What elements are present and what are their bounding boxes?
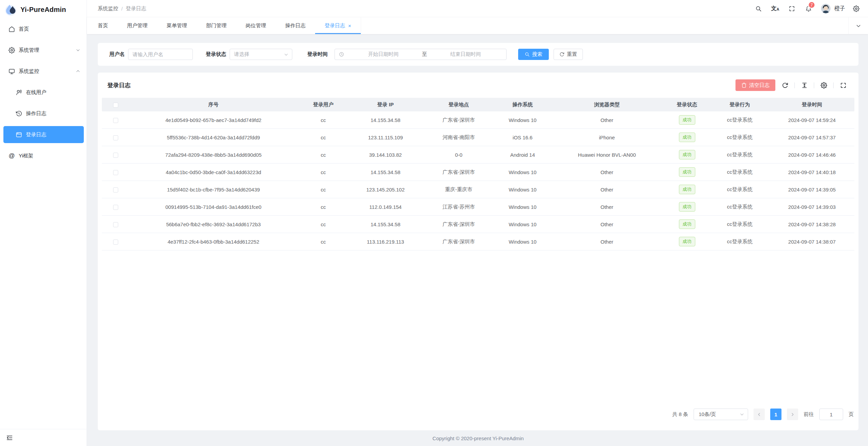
fullscreen-button[interactable] — [784, 0, 800, 17]
cell-login-status: 成功 — [664, 133, 710, 142]
column-header: 浏览器类型 — [550, 102, 664, 108]
gear-icon — [853, 5, 859, 12]
cell-serial-id: 56b6a7e0-fbb2-ef8c-3692-3a14dd6172b3 — [129, 221, 298, 227]
cell-login-time: 2024-09-07 14:57:37 — [770, 135, 854, 140]
cell-login-time: 2024-09-07 14:39:05 — [770, 187, 854, 193]
chevron-down-icon — [284, 52, 289, 57]
notification-badge: 7 — [808, 1, 815, 9]
cell-login-ip: 14.155.34.58 — [349, 221, 422, 227]
username: 橙子 — [834, 5, 845, 12]
home-icon — [9, 26, 15, 32]
cell-login-status: 成功 — [664, 237, 710, 246]
clear-log-button[interactable]: 清空日志 — [735, 79, 775, 91]
sidebar-item-system-management[interactable]: 系统管理 — [3, 42, 84, 59]
status-badge: 成功 — [679, 150, 695, 159]
page-content: 用户名 登录状态 请选择 登录时间 开始日期时间 至 结束日期时间 搜索 — [87, 34, 868, 446]
user-menu[interactable]: 橙子 — [817, 4, 848, 13]
next-page-button[interactable] — [787, 409, 798, 420]
sidebar-menu: 首页 系统管理 系统监控 在线用户 操作日志 登录日志 @ Yi框架 — [0, 19, 87, 429]
status-badge: 成功 — [679, 133, 695, 142]
row-checkbox[interactable] — [113, 222, 118, 227]
cell-serial-id: 4e1d0549-b092-657b-aec7-3a14dd749fd2 — [129, 117, 298, 123]
sidebar-item-label: 系统管理 — [19, 47, 39, 53]
row-checkbox[interactable] — [113, 135, 118, 140]
sidebar-item-login-log[interactable]: 登录日志 — [3, 126, 84, 143]
chevron-right-icon — [790, 412, 795, 417]
cell-login-behavior: cc登录系统 — [710, 186, 770, 193]
breadcrumb: 系统监控 / 登录日志 — [98, 5, 146, 12]
cell-login-behavior: cc登录系统 — [710, 239, 770, 245]
search-button[interactable] — [750, 0, 767, 17]
language-button[interactable]: 文A — [767, 0, 784, 17]
cell-browser: Other — [550, 117, 664, 123]
row-density-button[interactable] — [799, 79, 810, 91]
breadcrumb-current: 登录日志 — [126, 5, 146, 12]
refresh-table-button[interactable] — [779, 79, 791, 91]
column-header: 登录地点 — [422, 102, 495, 108]
toolbar-divider — [814, 82, 814, 88]
row-checkbox[interactable] — [113, 118, 118, 123]
cell-login-location: 广东省-深圳市 — [422, 221, 495, 228]
cell-login-status: 成功 — [664, 202, 710, 212]
table-fullscreen-button[interactable] — [837, 79, 849, 91]
breadcrumb-parent[interactable]: 系统监控 — [98, 5, 118, 12]
row-checkbox[interactable] — [113, 240, 118, 245]
row-checkbox[interactable] — [113, 205, 118, 210]
end-date-placeholder[interactable]: 结束日期时间 — [429, 51, 502, 58]
cell-serial-id: 15d5f402-bc1b-cfbe-7f95-3a14dd620439 — [129, 187, 298, 193]
page-number-current[interactable]: 1 — [770, 409, 781, 420]
tab-post-management[interactable]: 岗位管理 — [236, 17, 276, 34]
sidebar-item-label: Yi框架 — [19, 153, 33, 159]
fullscreen-icon — [789, 5, 795, 12]
cell-login-behavior: cc登录系统 — [710, 169, 770, 175]
main-area: 系统监控 / 登录日志 文A 7 — [87, 0, 868, 446]
app-logo[interactable]: Yi-PureAdmin — [0, 0, 87, 19]
sidebar-item-online-users[interactable]: 在线用户 — [3, 84, 84, 101]
sidebar-item-yi-framework[interactable]: @ Yi框架 — [3, 147, 84, 164]
sidebar-item-home[interactable]: 首页 — [3, 20, 84, 37]
page-size-select[interactable]: 10条/页 — [694, 409, 748, 420]
close-tab-icon[interactable]: × — [348, 23, 351, 29]
cell-login-ip: 123.11.115.109 — [349, 135, 422, 140]
browser-window-icon — [16, 132, 22, 138]
search-submit-button[interactable]: 搜索 — [518, 49, 549, 60]
select-all-checkbox[interactable] — [113, 103, 118, 108]
cell-login-status: 成功 — [664, 185, 710, 194]
tab-menu-management[interactable]: 菜单管理 — [157, 17, 197, 34]
login-status-select[interactable]: 请选择 — [230, 49, 292, 60]
chevron-down-icon — [76, 48, 80, 52]
tab-login-log[interactable]: 登录日志 × — [315, 17, 361, 34]
sidebar-item-system-monitor[interactable]: 系统监控 — [3, 63, 84, 80]
collapse-sidebar-icon[interactable] — [6, 434, 13, 442]
prev-page-button[interactable] — [754, 409, 765, 420]
notifications-button[interactable]: 7 — [800, 0, 817, 17]
checkbox-cell — [102, 117, 129, 123]
status-badge: 成功 — [679, 237, 695, 246]
cell-browser: Huawei Honor BVL-AN00 — [550, 152, 664, 158]
tab-operation-log[interactable]: 操作日志 — [276, 17, 315, 34]
toolbar-divider — [833, 82, 834, 88]
tab-home[interactable]: 首页 — [98, 17, 118, 34]
cell-browser: Other — [550, 221, 664, 227]
cell-login-location: 广东省-深圳市 — [422, 169, 495, 175]
tab-dept-management[interactable]: 部门管理 — [197, 17, 236, 34]
row-checkbox[interactable] — [113, 153, 118, 158]
cell-login-user: cc — [298, 187, 349, 193]
username-input[interactable] — [128, 49, 193, 60]
table-row: 4e1d0549-b092-657b-aec7-3a14dd749fd2 cc … — [102, 111, 854, 129]
row-checkbox[interactable] — [113, 170, 118, 175]
tabs-menu-button[interactable] — [848, 17, 868, 34]
status-badge: 成功 — [679, 185, 695, 194]
tab-user-management[interactable]: 用户管理 — [118, 17, 157, 34]
column-settings-button[interactable] — [818, 79, 830, 91]
reset-button[interactable]: 重置 — [554, 49, 583, 60]
goto-page-input[interactable] — [819, 409, 843, 420]
column-header: 操作系统 — [495, 102, 550, 108]
settings-button[interactable] — [848, 0, 865, 17]
checkbox-cell — [102, 169, 129, 175]
row-checkbox[interactable] — [113, 187, 118, 193]
cell-login-time: 2024-09-07 14:40:18 — [770, 169, 854, 175]
start-date-placeholder[interactable]: 开始日期时间 — [347, 51, 420, 58]
sidebar-item-operation-log[interactable]: 操作日志 — [3, 105, 84, 122]
login-time-range-picker[interactable]: 开始日期时间 至 结束日期时间 — [335, 49, 507, 60]
